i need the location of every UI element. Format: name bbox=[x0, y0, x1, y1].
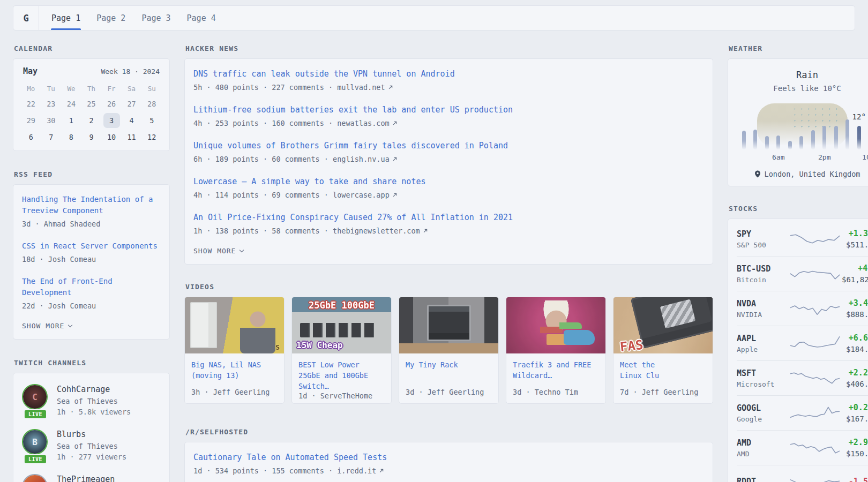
item-title-link[interactable]: Cautionary Tale on Automated Speed Tests bbox=[193, 451, 704, 463]
item-source-link[interactable]: newatlas.com bbox=[337, 119, 390, 127]
video-card[interactable]: My Tiny Rack3d · Jeff Geerling bbox=[399, 297, 499, 404]
day-number: 8 bbox=[63, 130, 79, 145]
day-number: 28 bbox=[144, 96, 160, 111]
stock-identity: AAPLApple bbox=[737, 334, 788, 353]
stock-identity: NVDANVIDIA bbox=[737, 299, 788, 319]
video-thumbnail: LIL NAS bbox=[185, 297, 284, 353]
twitch-channel[interactable]: CLIVECohhCarnageSea of Thieves1h · 5.8k … bbox=[22, 384, 161, 416]
video-thumbnail: 25GbE 100GbE15W Cheap bbox=[292, 297, 391, 353]
stock-row[interactable]: AMDAMD+2.97%$150.50 bbox=[737, 430, 868, 465]
rss-widget-title: RSS FEED bbox=[14, 170, 170, 178]
item-title-link[interactable]: An Oil Price-Fixing Conspiracy Caused 27… bbox=[193, 212, 704, 223]
channel-viewers: 1h · 5.8k viewers bbox=[57, 408, 131, 416]
weather-bar bbox=[788, 141, 792, 149]
weather-chart: 6am2pm12°10pm bbox=[738, 104, 868, 149]
item-title-link[interactable]: Unique volumes of Brothers Grimm fairy t… bbox=[193, 140, 704, 152]
day-number: 24 bbox=[63, 96, 79, 111]
weather-bar bbox=[776, 135, 780, 149]
weather-bar bbox=[753, 130, 757, 149]
video-thumbnail bbox=[506, 297, 605, 353]
video-card[interactable]: Traefik 3 and FREE Wildcard…3d · Techno … bbox=[506, 297, 606, 404]
weather-column bbox=[811, 104, 815, 149]
day-number: 23 bbox=[43, 96, 59, 111]
item-source-link[interactable]: mullvad.net bbox=[337, 83, 385, 92]
stocks-card: SPYS&P 500+1.32%$511.69BTC-USDBitcoin+4.… bbox=[728, 219, 868, 482]
calendar-days: 222324252627282930123456789101112 bbox=[21, 95, 162, 145]
calendar-day: 4 bbox=[122, 112, 142, 129]
tab-page-1[interactable]: Page 1 bbox=[43, 6, 88, 30]
weather-feels-like: Feels like 10°C bbox=[738, 84, 868, 93]
day-number: 22 bbox=[23, 96, 39, 111]
item-source-link[interactable]: i.redd.it bbox=[337, 466, 376, 475]
video-card[interactable]: LIL NASBig NAS, Lil NAS (moving 13)3h · … bbox=[184, 297, 285, 404]
avatar: B bbox=[23, 430, 47, 454]
tab-page-3[interactable]: Page 3 bbox=[133, 6, 178, 30]
selfhosted-list: Cautionary Tale on Automated Speed Tests… bbox=[193, 451, 704, 482]
videos-widget: VIDEOS LIL NASBig NAS, Lil NAS (moving 1… bbox=[184, 283, 713, 404]
calendar-weekday: Th bbox=[81, 81, 102, 95]
stock-row[interactable]: MSFTMicrosoft+2.24%$406.76 bbox=[737, 360, 868, 395]
tab-page-4[interactable]: Page 4 bbox=[179, 6, 224, 30]
video-info: Traefik 3 and FREE Wildcard…3d · Techno … bbox=[506, 353, 605, 403]
item-title-link[interactable]: CSS in React Server Components bbox=[22, 240, 161, 252]
twitch-channel[interactable]: ThePrimeagen bbox=[22, 474, 161, 482]
item-title-link[interactable]: DNS traffic can leak outside the VPN tun… bbox=[193, 68, 704, 80]
weather-column bbox=[765, 104, 769, 149]
weather-bar bbox=[799, 136, 803, 149]
temperature-label: 12° bbox=[852, 112, 866, 121]
tab-page-2[interactable]: Page 2 bbox=[88, 6, 133, 30]
video-meta: 1d · ServeTheHome bbox=[298, 391, 385, 400]
show-more-button[interactable]: SHOW MORE bbox=[193, 247, 704, 255]
stock-values: +2.97%$150.50 bbox=[846, 438, 868, 458]
live-badge: LIVE bbox=[24, 409, 47, 419]
stock-price: $61,820.02 bbox=[842, 275, 868, 284]
stock-row[interactable]: AAPLApple+6.63%$184.51 bbox=[737, 326, 868, 360]
calendar-day: 22 bbox=[21, 95, 41, 112]
stock-row[interactable]: GOOGLGoogle+0.25%$167.03 bbox=[737, 395, 868, 430]
show-more-button[interactable]: SHOW MORE bbox=[22, 322, 161, 330]
dashboard-grid: CALENDAR May Week 18 · 2024 MoTuWeThFrSa… bbox=[0, 31, 868, 482]
stock-sparkline bbox=[790, 265, 840, 283]
channel-info: CohhCarnageSea of Thieves1h · 5.8k viewe… bbox=[57, 384, 131, 416]
weather-widget: WEATHER Rain Feels like 10°C 6am2pm12°10… bbox=[728, 44, 868, 186]
calendar-weekday: We bbox=[61, 81, 81, 95]
hacker-news-list: DNS traffic can leak outside the VPN tun… bbox=[193, 68, 704, 235]
rss-widget: RSS FEED Handling The Indentation of a T… bbox=[13, 170, 170, 340]
twitch-avatar: CLIVE bbox=[22, 384, 49, 416]
video-card[interactable]: FASMeet theLinux Clu7d · Jeff Geerling bbox=[613, 297, 713, 404]
twitch-widget-title: TWITCH CHANNELS bbox=[14, 359, 170, 367]
thumbnail-text: FAS bbox=[619, 337, 644, 353]
list-item: Lowercase – A simple way to take and sha… bbox=[193, 176, 704, 199]
list-item: Unique volumes of Brothers Grimm fairy t… bbox=[193, 140, 704, 163]
weather-columns: 6am2pm12°10pm bbox=[738, 104, 868, 149]
app-logo[interactable]: G bbox=[13, 6, 39, 30]
item-source-link[interactable]: english.nv.ua bbox=[333, 155, 390, 163]
twitch-channel[interactable]: BLIVEBlurbsSea of Thieves1h · 277 viewer… bbox=[22, 429, 161, 461]
thumbnail-text-top: 25GbE 100GbE bbox=[309, 300, 375, 311]
stock-row[interactable]: NVDANVIDIA+3.49%$888.12 bbox=[737, 291, 868, 326]
item-source-link[interactable]: lowercase.app bbox=[333, 191, 390, 199]
stock-sparkline bbox=[790, 334, 840, 352]
calendar-day: 8 bbox=[61, 129, 81, 145]
calendar-day: 1 bbox=[61, 112, 81, 129]
weather-location: London, United Kingdom bbox=[738, 170, 868, 178]
twitch-card: CLIVECohhCarnageSea of Thieves1h · 5.8k … bbox=[13, 373, 170, 482]
stock-price: $511.69 bbox=[846, 240, 868, 249]
stock-name: AMD bbox=[737, 450, 788, 458]
weather-location-text: London, United Kingdom bbox=[765, 170, 860, 178]
item-meta: 4h · 253 points · 160 comments · newatla… bbox=[193, 119, 704, 127]
item-title-link[interactable]: Lowercase – A simple way to take and sha… bbox=[193, 176, 704, 187]
video-card[interactable]: 25GbE 100GbE15W CheapBEST Low Power 25Gb… bbox=[291, 297, 392, 404]
channel-name: CohhCarnage bbox=[57, 385, 131, 394]
time-label: 2pm bbox=[818, 153, 830, 161]
item-title-link[interactable]: Handling The Indentation of a Treeview C… bbox=[22, 194, 161, 216]
item-source-link[interactable]: thebignewsletter.com bbox=[333, 227, 420, 235]
external-link-icon bbox=[392, 156, 398, 162]
calendar-weekdays: MoTuWeThFrSaSu bbox=[21, 81, 162, 95]
stock-row[interactable]: RDDT-1.59% bbox=[737, 465, 868, 482]
stock-row[interactable]: SPYS&P 500+1.32%$511.69 bbox=[737, 222, 868, 256]
external-link-icon bbox=[379, 468, 384, 473]
stock-row[interactable]: BTC-USDBitcoin+4.56%$61,820.02 bbox=[737, 256, 868, 291]
item-title-link[interactable]: Lithium-free sodium batteries exit the l… bbox=[193, 104, 704, 116]
item-title-link[interactable]: The End of Front-End Development bbox=[22, 276, 161, 298]
